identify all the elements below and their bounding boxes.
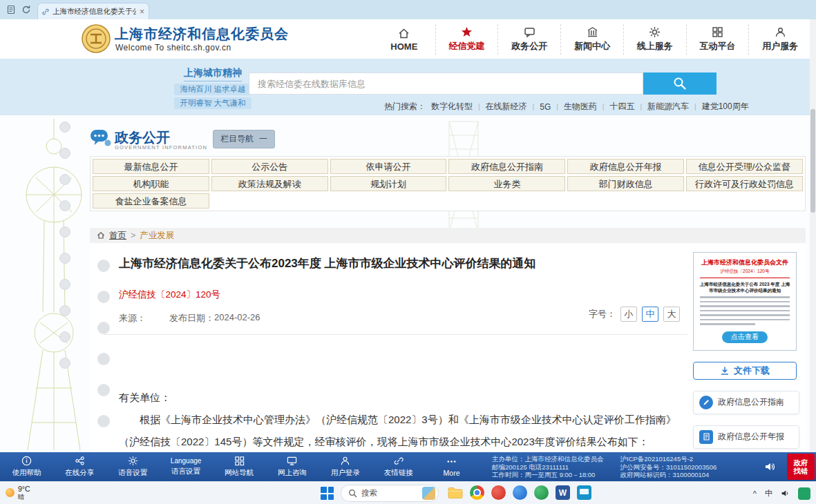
breadcrumb-home[interactable]: 首页 (109, 230, 126, 242)
input-method-indicator[interactable]: 中 (765, 488, 772, 498)
toolbar-online-consult[interactable]: 网上咨询 (265, 452, 319, 481)
view-document-button[interactable]: 点击查看 (722, 331, 768, 343)
speaker-icon[interactable] (764, 461, 775, 472)
nav-label: 新闻中心 (574, 40, 610, 52)
scrollbar-thumb[interactable] (810, 109, 815, 213)
gov-link-salt-filing[interactable]: 食盐企业备案信息 (93, 193, 209, 209)
hot-search-link[interactable]: 建党100周年 (702, 101, 749, 113)
hot-search-label: 热门搜索： (384, 101, 426, 113)
page-icon[interactable] (6, 5, 16, 14)
font-size-large-button[interactable]: 大 (663, 307, 680, 322)
toolbar-label: More (444, 469, 460, 477)
gov-link-announcements[interactable]: 公示公告 (211, 159, 328, 174)
chrome-icon[interactable] (470, 485, 484, 500)
nav-interactive-platform[interactable]: 互动平台 (686, 24, 749, 55)
nav-label: 用户服务 (762, 40, 798, 52)
gov-link-grid: 最新信息公开 公示公告 依申请公开 政府信息公开指南 政府信息公开年报 信息公开… (90, 156, 806, 211)
nav-party-building[interactable]: 经信党建 (435, 24, 498, 55)
toolbar-sitemap[interactable]: 网站导航 (213, 452, 266, 481)
toolbar-more[interactable]: More (425, 452, 478, 481)
breadcrumb-separator: > (131, 231, 135, 240)
gov-link-disclosure-guide[interactable]: 政府信息公开指南 (448, 159, 565, 174)
footer-column: 主办单位：上海市经济和信息化委员会 邮编200125 电话23111111 工作… (492, 455, 604, 479)
gov-link-policies[interactable]: 政策法规及解读 (211, 176, 328, 191)
document-preview[interactable]: 上海市经济和信息化委员会文件 沪经信技〔2024〕120号 上海市经济信息化委关… (693, 252, 797, 351)
sitemap-icon (234, 456, 245, 466)
gov-disclosure-guide-card[interactable]: 政府信息公开指南 (693, 391, 799, 414)
hot-search-link[interactable]: 生物医药 (564, 101, 597, 113)
site-name: 上海市经济和信息化委员会 (115, 25, 289, 43)
toolbar-friendly-links[interactable]: 友情链接 (372, 452, 425, 481)
pen-icon (699, 396, 713, 409)
screen: 上海市经济信息化委关于公布 × 上海市经济和信息化委员会 Welcome To … (0, 0, 816, 504)
tray-chevron-icon[interactable]: ^ (753, 490, 757, 498)
nav-news-center[interactable]: 新闻中心 (560, 24, 623, 55)
red-app-icon[interactable] (491, 485, 506, 500)
hot-search-link[interactable]: 5G (540, 102, 551, 112)
gov-link-finance-info[interactable]: 部门财政信息 (567, 176, 684, 191)
city-spirit-title: 上海城市精神 (184, 67, 242, 81)
nav-online-service[interactable]: 线上服务 (623, 24, 686, 55)
scrollbar[interactable] (810, 19, 816, 452)
gov-link-apply-disclosure[interactable]: 依申请公开 (330, 159, 447, 174)
share-icon (75, 456, 85, 466)
green-app-icon[interactable] (534, 485, 549, 500)
gov-link-planning[interactable]: 规划计划 (330, 176, 447, 191)
font-size-widget: 字号： 小 中 大 (589, 307, 680, 322)
refresh-icon[interactable] (21, 5, 31, 14)
search-band: 上海城市精神 海纳百川 追求卓越 开明睿智 大气谦和 热门搜索： 数字化转型 |… (0, 59, 816, 115)
hot-search-link[interactable]: 十四五 (609, 101, 634, 113)
file-explorer-icon[interactable] (448, 487, 463, 499)
gov-disclosure-guide-label: 政府信息公开指南 (718, 396, 784, 408)
green-tray-icon[interactable] (798, 487, 810, 500)
toolbar-label: 在线分享 (65, 468, 94, 478)
gov-link-public-supervision[interactable]: 信息公开受理/公众监督 (686, 159, 803, 174)
close-icon[interactable]: × (140, 7, 144, 17)
toolbar-user-login[interactable]: 用户登录 (319, 452, 372, 481)
gov-link-annual-report[interactable]: 政府信息公开年报 (567, 159, 684, 174)
search-icon (348, 489, 357, 498)
toolbar-help[interactable]: 使用帮助 (0, 452, 53, 481)
gov-error-report-badge[interactable]: 政府 找错 (787, 454, 815, 480)
remote-desktop-icon[interactable] (577, 485, 591, 500)
accessibility-toolbar: 使用帮助 在线分享 语音设置 Language 语言设置 网站导航 网上咨询 (0, 452, 816, 481)
blue-browser-icon[interactable] (513, 485, 527, 500)
volume-icon[interactable] (781, 489, 790, 498)
file-download-button[interactable]: 文件下载 (693, 362, 797, 380)
toolbar-items: 使用帮助 在线分享 语音设置 Language 语言设置 网站导航 网上咨询 (0, 452, 478, 481)
nav-home[interactable]: HOME (373, 24, 435, 55)
publish-date: 2024-02-26 (214, 312, 260, 324)
search-input[interactable] (249, 72, 643, 95)
hot-search-link[interactable]: 数字化转型 (431, 101, 473, 113)
system-tray: ^ 中 (753, 482, 810, 504)
word-icon[interactable]: W (556, 485, 570, 500)
search-button[interactable] (643, 72, 717, 95)
start-button[interactable] (321, 487, 334, 500)
browser-tab[interactable]: 上海市经济信息化委关于公布 × (37, 3, 149, 19)
gov-info-section-header: 政务公开 GOVERNMENT INFORMATION 栏目导航 一 (90, 128, 806, 151)
gov-annual-report-card[interactable]: 政府信息公开年报 (693, 425, 799, 449)
hot-search-link[interactable]: 新能源汽车 (647, 101, 689, 113)
column-nav-toggle[interactable]: 栏目导航 一 (213, 130, 275, 148)
toolbar-voice-settings[interactable]: 语音设置 (106, 452, 160, 481)
toolbar-share[interactable]: 在线分享 (53, 452, 106, 481)
preview-doc-header: 上海市经济和信息化委员会文件 (699, 258, 791, 266)
font-size-medium-button[interactable]: 中 (642, 307, 658, 322)
nav-gov-info[interactable]: 政务公开 (497, 24, 560, 55)
gov-link-latest-info[interactable]: 最新信息公开 (93, 159, 209, 174)
column-nav-label: 栏目导航 (220, 133, 254, 145)
font-size-small-button[interactable]: 小 (620, 307, 637, 322)
gov-link-functions[interactable]: 机构职能 (93, 176, 209, 191)
taskbar-search[interactable]: 搜索 (341, 485, 439, 502)
toolbar-language[interactable]: Language 语言设置 (160, 452, 213, 481)
nav-user-service[interactable]: 用户服务 (748, 24, 811, 55)
hot-search-link[interactable]: 在线新经济 (486, 101, 527, 113)
toolbar-label: 使用帮助 (12, 468, 41, 478)
taskbar-search-label: 搜索 (361, 488, 418, 498)
preview-doc-title: 上海市经济信息化委关于公布 2023 年度 上海市市级企业技术中心评价结果的通知 (699, 281, 791, 293)
gov-link-admin-permits[interactable]: 行政许可及行政处罚信息 (686, 176, 803, 191)
weather-widget[interactable]: 9°C 晴 (6, 485, 30, 501)
gov-link-business[interactable]: 业务类 (448, 176, 565, 191)
site-footer-info: 主办单位：上海市经济和信息化委员会 邮编200125 电话23111111 工作… (492, 455, 717, 479)
download-icon (720, 366, 730, 376)
